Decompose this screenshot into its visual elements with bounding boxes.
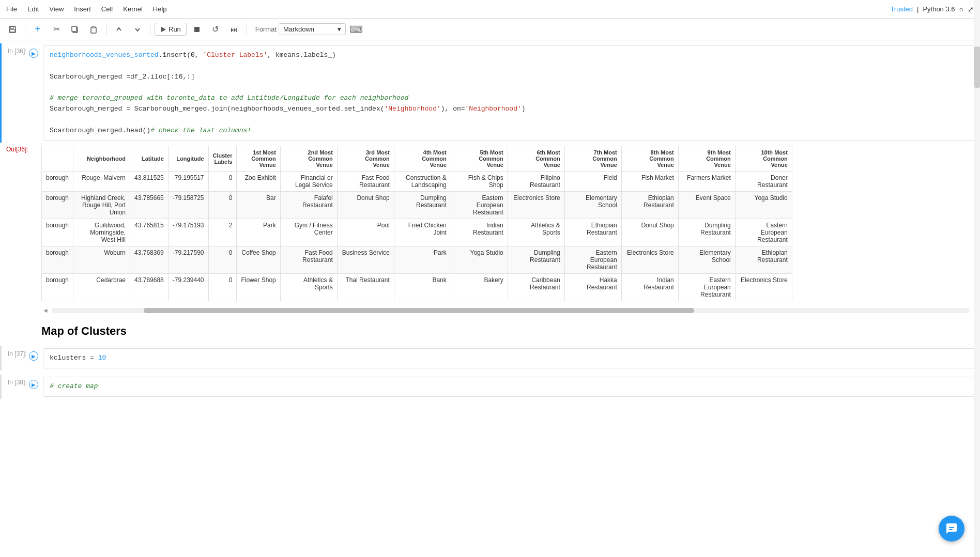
table-cell: Fried Chicken Joint [394, 219, 451, 246]
table-cell: Bank [394, 274, 451, 301]
table-cell: Electronics Store [621, 246, 678, 274]
cell-37-code[interactable]: kclusters = 10 [43, 348, 980, 368]
table-cell: Business Service [337, 246, 394, 274]
col-header-v8: 8th MostCommonVenue [621, 146, 678, 172]
stop-button[interactable] [189, 21, 205, 38]
table-cell: Elementary School [678, 246, 735, 274]
cell-37-label: In [37]: ▶ [2, 346, 43, 361]
table-cell: Fish Market [621, 172, 678, 192]
col-header-v5: 5th MostCommonVenue [451, 146, 508, 172]
output-36-label: Out[36]: [0, 144, 41, 153]
menu-bar: File Edit View Insert Cell Kernel Help T… [0, 0, 980, 19]
format-select[interactable]: Markdown ▾ [279, 23, 346, 35]
chat-button[interactable] [939, 516, 964, 541]
col-header-v3: 3rd MostCommonVenue [337, 146, 394, 172]
table-row: boroughCedarbrae43.769688-79.2394400Flow… [42, 274, 792, 301]
scroll-left-button[interactable]: ◀ [41, 306, 50, 314]
output-36-content: Neighborhood Latitude Longitude ClusterL… [41, 144, 980, 303]
scroll-track[interactable] [52, 308, 970, 313]
move-up-button[interactable] [111, 21, 127, 38]
run-label: Run [169, 25, 181, 33]
svg-rect-9 [949, 527, 954, 528]
save-button[interactable] [4, 21, 21, 38]
svg-rect-5 [91, 27, 96, 33]
keyboard-button[interactable]: ⌨ [348, 21, 364, 38]
svg-rect-6 [92, 26, 95, 28]
cell-36-content: neighborhoods_venues_sorted.insert(0, 'C… [43, 43, 980, 143]
format-label: Format [255, 25, 277, 33]
table-cell: Ethiopian Restaurant [564, 219, 621, 246]
cell-37-content: kclusters = 10 [43, 346, 980, 370]
menu-item-edit[interactable]: Edit [27, 5, 39, 13]
table-cell: 43.765815 [130, 219, 169, 246]
menu-item-insert[interactable]: Insert [74, 5, 91, 13]
table-cell: 0 [208, 274, 237, 301]
col-header-v4: 4th MostCommonVenue [394, 146, 451, 172]
cell-36-code[interactable]: neighborhoods_venues_sorted.insert(0, 'C… [43, 45, 980, 141]
menu-item-cell[interactable]: Cell [101, 5, 113, 13]
copy-button[interactable] [67, 21, 83, 38]
run-button[interactable]: Run [155, 23, 187, 36]
table-cell: Cedarbrae [73, 274, 130, 301]
menu-item-file[interactable]: File [6, 5, 17, 13]
add-cell-button[interactable]: + [29, 21, 46, 38]
table-cell: Electronics Store [508, 192, 564, 219]
table-cell: Indian Restaurant [621, 274, 678, 301]
code-line-1: neighborhoods_venues_sorted.insert(0, 'C… [50, 50, 973, 61]
table-cell: -79.217590 [168, 246, 208, 274]
table-cell: Woburn [73, 246, 130, 274]
table-cell: 43.785665 [130, 192, 169, 219]
menu-item-view[interactable]: View [49, 5, 64, 13]
cell-37-run-button[interactable]: ▶ [29, 351, 38, 361]
markdown-section: Map of Clusters [0, 316, 980, 342]
table-cell: -79.158725 [168, 192, 208, 219]
menu-item-kernel[interactable]: Kernel [123, 5, 143, 13]
table-cell: Coffee Shop [237, 246, 280, 274]
table-cell: -79.195517 [168, 172, 208, 192]
scroll-thumb-vertical[interactable] [974, 47, 980, 88]
expand-icon[interactable]: ⤢ [968, 5, 974, 13]
table-cell: 0 [208, 172, 237, 192]
fast-forward-button[interactable]: ⏭ [226, 21, 242, 38]
table-cell: Fast Food Restaurant [337, 172, 394, 192]
col-header-longitude: Longitude [168, 146, 208, 172]
right-scrollbar[interactable] [974, 0, 980, 557]
table-cell: Eastern European Restaurant [451, 192, 508, 219]
paste-button[interactable] [85, 21, 102, 38]
table-cell: borough [42, 274, 73, 301]
code-line-2 [50, 61, 973, 72]
col-header-neighborhood: Neighborhood [73, 146, 130, 172]
table-cell: Eastern European Restaurant [564, 246, 621, 274]
toolbar-separator-1 [25, 23, 25, 36]
table-row: boroughWoburn43.768369-79.2175900Coffee … [42, 246, 792, 274]
table-cell: Yoga Studio [735, 192, 792, 219]
col-header-v9: 9th MostCommonVenue [678, 146, 735, 172]
table-cell: Eastern European Restaurant [678, 274, 735, 301]
restart-button[interactable]: ↺ [207, 21, 224, 38]
svg-rect-2 [10, 29, 15, 32]
cell-38-code[interactable]: # create map [43, 377, 980, 397]
table-cell: Fish & Chips Shop [451, 172, 508, 192]
cell-36-label: In [36]: ▶ [2, 43, 43, 58]
table-cell: Gym / Fitness Center [280, 219, 337, 246]
table-cell: Electronics Store [735, 274, 792, 301]
cell-38-run-button[interactable]: ▶ [29, 380, 38, 389]
table-cell: 43.769688 [130, 274, 169, 301]
code-line-3: Scarborough_merged =df_2.iloc[:16,:] [50, 72, 973, 83]
python-version: Python 3.6 [923, 5, 955, 13]
cut-button[interactable]: ✂ [48, 21, 65, 38]
table-row: boroughRouge, Malvern43.811525-79.195517… [42, 172, 792, 192]
menu-item-help[interactable]: Help [153, 5, 167, 13]
cell-38-code-text: # create map [50, 382, 98, 390]
table-cell: Dumpling Restaurant [394, 192, 451, 219]
cell-36-run-button[interactable]: ▶ [29, 49, 38, 58]
table-cell: Fast Food Restaurant [280, 246, 337, 274]
col-header-v7: 7th MostCommonVenue [564, 146, 621, 172]
trusted-separator: | [917, 5, 918, 13]
scroll-thumb[interactable] [144, 308, 695, 313]
svg-rect-10 [949, 529, 953, 530]
code-line-6: Scarborough_merged = Scarborough_merged.… [50, 104, 973, 115]
table-cell: Guildwood, Morningside, West Hill [73, 219, 130, 246]
move-down-button[interactable] [129, 21, 146, 38]
kernel-circle-icon: ○ [959, 5, 963, 13]
